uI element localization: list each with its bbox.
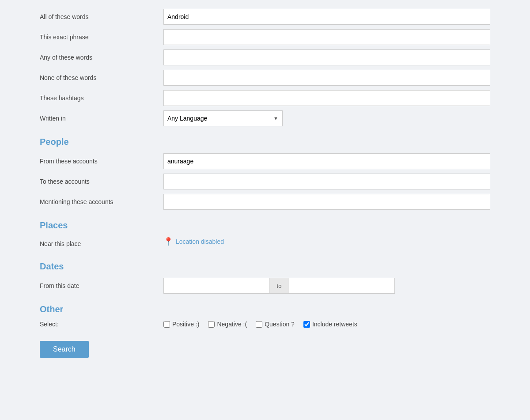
location-pin-icon: 📍 [163, 237, 173, 246]
any-words-row: Any of these words [40, 49, 490, 65]
exact-phrase-label: This exact phrase [40, 34, 163, 41]
other-heading: Other [40, 304, 490, 314]
select-label: Select: [40, 321, 163, 328]
places-heading: Places [40, 220, 490, 231]
location-disabled-text: Location disabled [176, 238, 224, 245]
near-place-row: Near this place 📍 Location disabled [40, 237, 490, 251]
from-accounts-input[interactable] [163, 153, 490, 169]
any-words-input[interactable] [163, 49, 490, 65]
search-form: All of these words This exact phrase Any… [40, 9, 490, 358]
to-accounts-row: To these accounts [40, 174, 490, 189]
negative-checkbox-item[interactable]: Negative :( [208, 321, 247, 328]
mentioning-accounts-label: Mentioning these accounts [40, 198, 163, 205]
any-words-label: Any of these words [40, 54, 163, 61]
to-separator: to [269, 278, 289, 294]
from-accounts-row: From these accounts [40, 153, 490, 169]
exact-phrase-row: This exact phrase [40, 29, 490, 45]
search-button[interactable]: Search [40, 341, 89, 358]
negative-checkbox[interactable] [208, 321, 215, 328]
hashtags-label: These hashtags [40, 95, 163, 102]
written-in-label: Written in [40, 115, 163, 122]
none-words-input[interactable] [163, 70, 490, 86]
question-label: Question ? [265, 321, 295, 328]
written-in-row: Written in Any Language English French G… [40, 110, 490, 126]
people-heading: People [40, 137, 490, 147]
from-accounts-label: From these accounts [40, 158, 163, 165]
none-words-row: None of these words [40, 70, 490, 86]
question-checkbox[interactable] [256, 321, 262, 328]
dates-heading: Dates [40, 261, 490, 272]
hashtags-input[interactable] [163, 90, 490, 106]
negative-label: Negative :( [217, 321, 247, 328]
location-display: 📍 Location disabled [163, 237, 224, 246]
positive-label: Positive :) [172, 321, 199, 328]
hashtags-row: These hashtags [40, 90, 490, 106]
none-words-label: None of these words [40, 74, 163, 81]
to-accounts-label: To these accounts [40, 178, 163, 185]
mentioning-accounts-row: Mentioning these accounts [40, 194, 490, 210]
from-date-label: From this date [40, 282, 163, 289]
checkbox-group: Positive :) Negative :( Question ? Inclu… [163, 321, 357, 328]
positive-checkbox[interactable] [163, 321, 170, 328]
include-retweets-checkbox[interactable] [303, 321, 310, 328]
near-place-label: Near this place [40, 240, 163, 247]
all-words-row: All of these words [40, 9, 490, 25]
question-checkbox-item[interactable]: Question ? [256, 321, 295, 328]
include-retweets-label: Include retweets [312, 321, 357, 328]
language-select-wrapper: Any Language English French German Spani… [163, 110, 283, 126]
to-date-input[interactable] [289, 278, 395, 294]
all-words-label: All of these words [40, 13, 163, 20]
date-range-inputs: to [163, 278, 395, 294]
to-accounts-input[interactable] [163, 174, 490, 189]
positive-checkbox-item[interactable]: Positive :) [163, 321, 199, 328]
include-retweets-checkbox-item[interactable]: Include retweets [303, 321, 357, 328]
exact-phrase-input[interactable] [163, 29, 490, 45]
mentioning-accounts-input[interactable] [163, 194, 490, 210]
language-select[interactable]: Any Language English French German Spani… [163, 110, 283, 126]
from-date-row: From this date to [40, 278, 490, 294]
select-row: Select: Positive :) Negative :( Question… [40, 321, 490, 328]
from-date-input[interactable] [163, 278, 269, 294]
all-words-input[interactable] [163, 9, 490, 25]
